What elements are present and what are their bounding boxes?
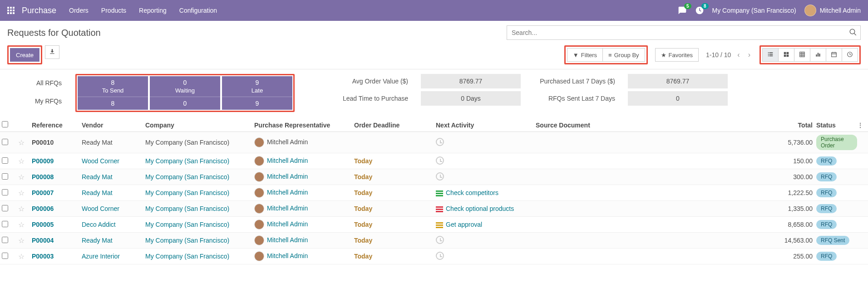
star-icon[interactable]: ☆ [18, 139, 25, 146]
menu-orders[interactable]: Orders [69, 7, 89, 14]
menu-configuration[interactable]: Configuration [179, 7, 217, 14]
row-checkbox[interactable] [2, 253, 8, 259]
row-checkbox[interactable] [2, 221, 8, 227]
menu-reporting[interactable]: Reporting [139, 7, 167, 14]
activity-bars-icon[interactable] [436, 190, 443, 196]
col-activity[interactable]: Next Activity [436, 122, 536, 129]
table-row[interactable]: ☆P00009Wood CornerMy Company (San Franci… [0, 153, 868, 169]
col-deadline[interactable]: Order Deadline [354, 122, 436, 129]
rep-link[interactable]: Mitchell Admin [267, 220, 308, 228]
vendor-link[interactable]: Ready Mat [82, 189, 113, 196]
row-checkbox[interactable] [2, 237, 8, 243]
tile-late[interactable]: 9 Late 9 [222, 76, 292, 110]
reference-link[interactable]: P00007 [32, 189, 54, 196]
rep-link[interactable]: Mitchell Admin [267, 173, 308, 180]
vendor-link[interactable]: Ready Mat [82, 139, 113, 146]
reference-link[interactable]: P00008 [32, 173, 54, 181]
activity-link[interactable]: Check competitors [446, 189, 498, 196]
vendor-link[interactable]: Deco Addict [82, 221, 116, 228]
star-icon[interactable]: ☆ [18, 253, 25, 260]
reference-link[interactable]: P00004 [32, 237, 54, 244]
activity-link[interactable]: Check optional products [446, 205, 514, 212]
table-row[interactable]: ☆P00006Wood CornerMy Company (San Franci… [0, 201, 868, 217]
col-rep[interactable]: Purchase Representative [254, 122, 354, 129]
row-checkbox[interactable] [2, 205, 8, 211]
star-icon[interactable]: ☆ [18, 157, 25, 165]
row-checkbox[interactable] [2, 139, 8, 145]
export-button[interactable] [45, 45, 59, 59]
menu-products[interactable]: Products [101, 7, 126, 14]
view-calendar-button[interactable] [826, 48, 842, 62]
all-rfqs-label[interactable]: All RFQs [7, 79, 62, 87]
pager-text[interactable]: 1-10 / 10 [706, 51, 731, 59]
star-icon[interactable]: ☆ [18, 237, 25, 244]
row-checkbox[interactable] [2, 189, 8, 195]
rep-link[interactable]: Mitchell Admin [267, 138, 308, 146]
table-row[interactable]: ☆P00008Ready MatMy Company (San Francisc… [0, 169, 868, 185]
reference-link[interactable]: P00003 [32, 253, 54, 260]
table-row[interactable]: ☆P00005Deco AddictMy Company (San Franci… [0, 217, 868, 233]
company-selector[interactable]: My Company (San Francisco) [712, 7, 796, 14]
activity-clock-icon[interactable] [436, 172, 444, 181]
reference-link[interactable]: P00006 [32, 205, 54, 212]
my-rfqs-label[interactable]: My RFQs [7, 98, 62, 105]
star-icon[interactable]: ☆ [18, 189, 25, 197]
star-icon[interactable]: ☆ [18, 205, 25, 213]
reference-link[interactable]: P00010 [32, 139, 54, 146]
rep-link[interactable]: Mitchell Admin [267, 252, 308, 259]
table-row[interactable]: ☆P00007Ready MatMy Company (San Francisc… [0, 185, 868, 201]
filters-button[interactable]: ▼ Filters [567, 48, 602, 62]
select-all-checkbox[interactable] [2, 121, 8, 127]
rep-link[interactable]: Mitchell Admin [267, 189, 308, 196]
vendor-link[interactable]: Ready Mat [82, 237, 113, 244]
reference-link[interactable]: P00009 [32, 157, 54, 165]
vendor-link[interactable]: Wood Corner [82, 157, 119, 165]
company-link[interactable]: My Company (San Francisco) [145, 221, 229, 228]
company-link[interactable]: My Company (San Francisco) [145, 139, 229, 146]
reference-link[interactable]: P00005 [32, 221, 54, 228]
create-button[interactable]: Create [10, 48, 39, 62]
col-total[interactable]: Total [626, 122, 816, 129]
tile-to-send[interactable]: 8 To Send 8 [78, 76, 148, 110]
groupby-button[interactable]: ≡ Group By [602, 48, 645, 62]
table-row[interactable]: ☆P00004Ready MatMy Company (San Francisc… [0, 233, 868, 249]
rep-link[interactable]: Mitchell Admin [267, 236, 308, 244]
company-link[interactable]: My Company (San Francisco) [145, 157, 229, 165]
optional-cols-button[interactable]: ⋮ [857, 122, 866, 129]
activity-clock-icon[interactable] [436, 252, 444, 260]
activities-icon[interactable]: 8 [695, 6, 704, 15]
col-company[interactable]: Company [145, 122, 254, 129]
rep-link[interactable]: Mitchell Admin [267, 205, 308, 212]
vendor-link[interactable]: Wood Corner [82, 205, 119, 212]
vendor-link[interactable]: Azure Interior [82, 253, 120, 260]
app-brand[interactable]: Purchase [22, 6, 56, 15]
activity-clock-icon[interactable] [436, 156, 444, 165]
col-status[interactable]: Status [816, 122, 857, 129]
row-checkbox[interactable] [2, 157, 8, 164]
activity-bars-icon[interactable] [436, 206, 443, 212]
row-checkbox[interactable] [2, 173, 8, 180]
view-graph-button[interactable] [810, 48, 826, 62]
company-link[interactable]: My Company (San Francisco) [145, 253, 229, 260]
view-kanban-button[interactable] [778, 48, 794, 62]
view-list-button[interactable] [762, 48, 778, 62]
company-link[interactable]: My Company (San Francisco) [145, 189, 229, 196]
user-menu[interactable]: Mitchell Admin [804, 5, 861, 16]
favorites-button[interactable]: ★ Favorites [655, 48, 699, 62]
search-input[interactable] [507, 25, 861, 40]
col-reference[interactable]: Reference [32, 122, 82, 129]
activity-clock-icon[interactable] [436, 138, 444, 146]
view-activity-button[interactable] [842, 48, 858, 62]
col-source[interactable]: Source Document [536, 122, 626, 129]
company-link[interactable]: My Company (San Francisco) [145, 237, 229, 244]
rep-link[interactable]: Mitchell Admin [267, 157, 308, 164]
pager-prev[interactable]: ‹ [735, 51, 741, 59]
company-link[interactable]: My Company (San Francisco) [145, 205, 229, 212]
col-vendor[interactable]: Vendor [82, 122, 145, 129]
view-pivot-button[interactable] [794, 48, 810, 62]
company-link[interactable]: My Company (San Francisco) [145, 173, 229, 181]
table-row[interactable]: ☆P00010Ready MatMy Company (San Francisc… [0, 132, 868, 153]
messaging-icon[interactable]: 5 [678, 6, 687, 15]
star-icon[interactable]: ☆ [18, 173, 25, 181]
apps-icon[interactable] [7, 7, 15, 14]
